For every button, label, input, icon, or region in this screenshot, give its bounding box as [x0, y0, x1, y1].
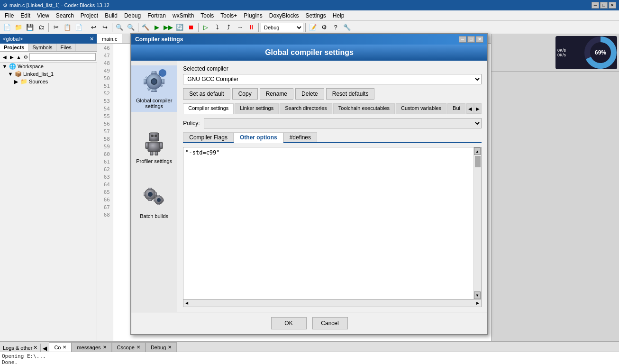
- policy-select[interactable]: [204, 118, 482, 128]
- inner-tab-other[interactable]: Other options: [234, 132, 283, 143]
- nav-profiler[interactable]: Profiler settings: [131, 126, 177, 167]
- close-button[interactable]: ✕: [609, 2, 616, 9]
- bottom-tab-debug[interactable]: Debug ✕: [146, 342, 177, 352]
- copy-button[interactable]: Copy: [232, 88, 258, 100]
- reset-defaults-button[interactable]: Reset defaults: [326, 88, 375, 100]
- dialog-minimize-btn[interactable]: ─: [459, 36, 466, 43]
- bottom-tab-cscope[interactable]: Cscope ✕: [112, 342, 146, 352]
- bottom-tab-co-close[interactable]: ✕: [63, 345, 66, 350]
- menu-edit[interactable]: Edit: [18, 11, 33, 20]
- extra-btn[interactable]: 🔧: [342, 22, 352, 33]
- hscroll-left-btn[interactable]: ◀: [183, 301, 190, 305]
- settings-tab-toolchain[interactable]: Toolchain executables: [333, 103, 395, 114]
- menu-search[interactable]: Search: [53, 11, 77, 20]
- nav-global-compiler[interactable]: Global compiler settings: [131, 65, 177, 112]
- rename-button[interactable]: Rename: [260, 88, 293, 100]
- step-button[interactable]: ⤵: [212, 22, 222, 33]
- next-button[interactable]: →: [235, 22, 245, 33]
- nav-up-btn[interactable]: ▲: [15, 53, 22, 61]
- redo-button[interactable]: ↪: [100, 22, 110, 33]
- doxyblocks-btn[interactable]: 📝: [308, 22, 318, 33]
- menu-view[interactable]: View: [34, 11, 52, 20]
- inner-tab-defines[interactable]: #defines: [283, 132, 317, 142]
- bottom-tab-messages[interactable]: messages ✕: [72, 342, 111, 352]
- stop-debug-button[interactable]: ⏸: [246, 22, 256, 33]
- tree-workspace[interactable]: ▼ 🌐 Workspace: [0, 63, 97, 70]
- undo-button[interactable]: ↩: [88, 22, 99, 33]
- options-btn[interactable]: ⚙: [22, 53, 29, 61]
- other-options-textarea[interactable]: "-std=c99": [183, 147, 473, 299]
- save-button[interactable]: 💾: [25, 22, 35, 33]
- editor-tab-main[interactable]: main.c: [97, 34, 122, 43]
- tree-project[interactable]: ▼ 📦 Linked_list_1: [0, 70, 97, 78]
- debug-button[interactable]: ▷: [200, 22, 211, 33]
- bottom-tab-messages-close[interactable]: ✕: [103, 345, 107, 350]
- menu-doxyblocks[interactable]: DoxyBlocks: [266, 11, 302, 20]
- run-button[interactable]: ▶: [152, 22, 162, 33]
- menu-debug[interactable]: Debug: [121, 11, 144, 20]
- maximize-button[interactable]: □: [600, 2, 608, 9]
- bottom-tab-debug-close[interactable]: ✕: [168, 345, 172, 350]
- inner-tab-flags[interactable]: Compiler Flags: [183, 132, 234, 142]
- nav-batch[interactable]: Batch builds: [131, 181, 177, 222]
- rebuild-button[interactable]: 🔄: [174, 22, 185, 33]
- replace-button[interactable]: 🔍: [126, 22, 136, 33]
- scroll-thumb[interactable]: [475, 156, 481, 167]
- cancel-button[interactable]: Cancel: [312, 317, 348, 329]
- tab-scroll-right[interactable]: ▶: [474, 103, 482, 114]
- scroll-up-btn[interactable]: ▲: [474, 147, 481, 155]
- tab-symbols[interactable]: Symbols: [28, 44, 56, 51]
- cut-button[interactable]: ✂: [51, 22, 61, 33]
- nav-back-btn[interactable]: ◀: [1, 53, 8, 61]
- bottom-scroll-left[interactable]: ◀: [41, 345, 49, 352]
- settings-tab-linker[interactable]: Linker settings: [235, 103, 279, 114]
- minimize-button[interactable]: ─: [592, 2, 599, 9]
- settings-btn[interactable]: ⚙: [319, 22, 329, 33]
- menu-wxsmith[interactable]: wxSmith: [170, 11, 197, 20]
- settings-tab-bui[interactable]: Bui: [447, 103, 465, 114]
- build-run-button[interactable]: ▶▶: [163, 22, 173, 33]
- scroll-down-btn[interactable]: ▼: [474, 291, 481, 299]
- menu-file[interactable]: File: [2, 11, 17, 20]
- menu-build[interactable]: Build: [102, 11, 120, 20]
- paste-button[interactable]: 📄: [73, 22, 84, 33]
- step-out-button[interactable]: ⤴: [223, 22, 234, 33]
- compiler-settings-dialog[interactable]: Compiler settings ─ □ ✕ Global compiler …: [130, 33, 488, 335]
- tab-files[interactable]: Files: [57, 44, 76, 51]
- tab-scroll-left[interactable]: ◀: [466, 103, 474, 114]
- find-button[interactable]: 🔍: [114, 22, 125, 33]
- menu-tools2[interactable]: Tools+: [218, 11, 240, 20]
- menu-project[interactable]: Project: [78, 11, 101, 20]
- title-bar-controls[interactable]: ─ □ ✕: [592, 2, 616, 9]
- delete-button[interactable]: Delete: [295, 88, 324, 100]
- settings-tab-search[interactable]: Search directories: [280, 103, 332, 114]
- settings-tab-compiler[interactable]: Compiler settings: [183, 103, 234, 114]
- open-button[interactable]: 📁: [13, 22, 24, 33]
- menu-help[interactable]: Help: [330, 11, 347, 20]
- logs-close-icon[interactable]: ✕: [33, 345, 37, 351]
- tree-sources[interactable]: ▶ 📁 Sources: [0, 78, 97, 85]
- nav-fwd-btn[interactable]: ▶: [8, 53, 15, 61]
- menu-settings[interactable]: Settings: [302, 11, 328, 20]
- build-button[interactable]: 🔨: [140, 22, 151, 33]
- help-btn[interactable]: ?: [330, 22, 341, 33]
- save-all-button[interactable]: 🗂: [36, 22, 46, 33]
- menu-plugins[interactable]: Plugins: [241, 11, 265, 20]
- build-config-select[interactable]: Debug Release: [261, 23, 303, 32]
- bottom-tab-co[interactable]: Co ✕: [49, 342, 72, 352]
- settings-tab-custom[interactable]: Custom variables: [396, 103, 446, 114]
- sidebar-search-input[interactable]: [29, 53, 96, 61]
- menu-tools[interactable]: Tools: [198, 11, 217, 20]
- stop-button[interactable]: ⏹: [186, 22, 196, 33]
- ok-button[interactable]: OK: [271, 317, 307, 329]
- set-as-default-button[interactable]: Set as default: [183, 88, 230, 100]
- compiler-select[interactable]: GNU GCC Compiler: [183, 74, 482, 84]
- copy-button[interactable]: 📋: [62, 22, 73, 33]
- hscroll-right-btn[interactable]: ▶: [474, 301, 481, 305]
- dialog-maximize-btn[interactable]: □: [467, 36, 475, 43]
- vertical-scrollbar[interactable]: ▲ ▼: [473, 147, 481, 299]
- menu-fortran[interactable]: Fortran: [145, 11, 169, 20]
- tab-projects[interactable]: Projects: [0, 44, 28, 51]
- dialog-close-btn[interactable]: ✕: [476, 36, 483, 43]
- sidebar-close-icon[interactable]: ✕: [90, 36, 94, 42]
